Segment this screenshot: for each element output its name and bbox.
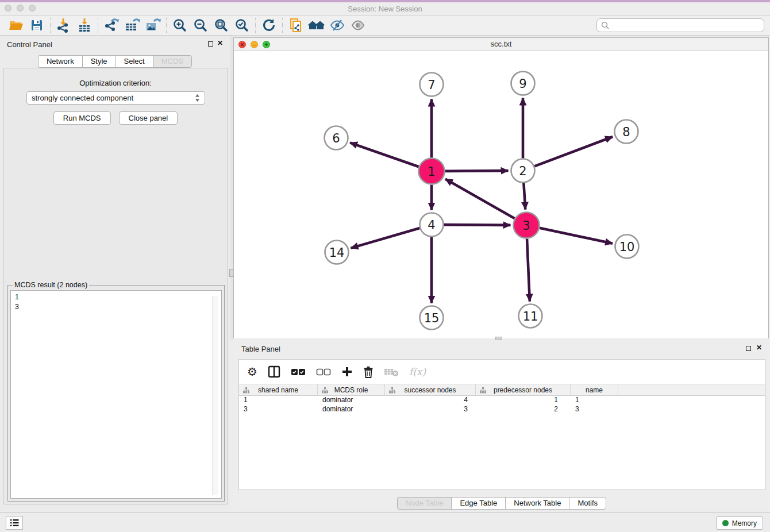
tab-motifs[interactable]: Motifs [569,497,606,510]
export-network-icon [103,18,120,33]
graph-node-label: 7 [428,78,435,92]
edge-1-2[interactable] [445,171,508,171]
mcds-result-line: 3 [15,302,217,312]
node-table-container: ⚙ f(x) shared nameMCDS rolesuccessor nod… [238,359,765,490]
tab-network[interactable]: Network [38,55,82,68]
show-columns-icon[interactable] [268,365,280,378]
table-header-row: shared nameMCDS rolesuccessor nodesprede… [239,384,765,396]
table-cell[interactable]: 3 [571,405,618,414]
show-task-history-button[interactable] [6,516,23,530]
control-panel-tabs: Network Style Select MCDS [0,55,230,68]
table-cell[interactable]: 1 [476,396,571,405]
toolbar-separator [98,18,98,33]
table-cell[interactable]: dominator [318,396,385,405]
tab-mcds[interactable]: MCDS [153,55,192,68]
close-panel-button[interactable]: Close panel [119,111,178,125]
column-header-successor-nodes[interactable]: successor nodes [385,384,476,395]
table-cell[interactable]: 3 [239,405,318,414]
network-view-title: scc.txt [234,38,768,51]
table-row[interactable]: 1dominator411 [239,396,765,405]
network-view-window: ✕ – + scc.txt 7968124314101511 [233,37,769,338]
table-cell[interactable]: 1 [571,396,618,405]
import-table-icon [77,18,92,33]
zoom-out-icon [193,18,208,33]
delete-column-icon[interactable] [363,366,374,378]
select-all-columns-icon[interactable] [291,368,306,376]
optimization-criterion-select[interactable]: strongly connected component [26,91,205,105]
network-file-icon [289,18,303,33]
app-titlebar: Session: New Session [0,0,770,16]
unselect-all-columns-icon[interactable] [316,368,331,376]
result-scrollbar[interactable] [212,296,218,495]
tab-network-table[interactable]: Network Table [505,497,569,510]
create-column-icon[interactable] [341,366,353,377]
open-file-button[interactable] [6,17,26,34]
column-header-predecessor-nodes[interactable]: predecessor nodes [476,384,571,395]
tab-style[interactable]: Style [82,55,116,68]
tab-node-table[interactable]: Node Table [397,497,452,510]
table-cell[interactable]: 1 [239,396,318,405]
table-cell[interactable]: 4 [385,396,476,405]
refresh-layout-button[interactable] [259,17,279,34]
function-builder-button: f(x) [409,366,426,377]
graph-node-label: 14 [329,246,345,260]
graph-node-label: 4 [428,218,435,232]
save-session-button[interactable] [26,17,47,34]
column-header-label: successor nodes [404,386,456,394]
edge-4-14[interactable] [351,228,419,248]
zoom-fit-button[interactable] [211,17,232,34]
zoom-selected-button[interactable] [232,17,252,34]
close-table-panel-icon[interactable]: ✕ [756,344,762,352]
close-panel-icon[interactable]: ✕ [217,39,223,47]
zoom-in-button[interactable] [170,17,190,34]
tab-edge-table[interactable]: Edge Table [451,497,505,510]
edge-2-3[interactable] [523,183,525,209]
edge-3-11[interactable] [527,238,530,301]
home-layout-button[interactable] [306,17,327,34]
mcds-result-group: MCDS result (2 nodes) 1 3 [7,285,225,502]
edge-1-6[interactable] [350,142,419,167]
table-row[interactable]: 3dominator323 [239,405,765,414]
column-type-icon [480,387,486,394]
main-toolbar [0,16,770,36]
import-network-icon [56,18,71,33]
mcds-result-line: 1 [15,292,217,302]
edge-3-1[interactable] [445,179,515,219]
hide-graphics-button[interactable] [327,17,348,34]
float-panel-icon[interactable] [208,41,213,47]
edge-4-3[interactable] [444,225,510,225]
graph-node-label: 15 [424,311,440,325]
refresh-icon [261,18,276,33]
memory-button[interactable]: Memory [716,516,763,530]
save-icon [30,18,44,32]
tab-select[interactable]: Select [116,55,153,68]
show-graphics-button[interactable] [348,17,368,34]
network-window-titlebar: ✕ – + scc.txt [234,38,768,51]
column-header-MCDS-role[interactable]: MCDS role [318,384,385,395]
table-cell[interactable]: 2 [476,405,571,414]
run-mcds-button[interactable]: Run MCDS [53,111,111,125]
column-header-shared-name[interactable]: shared name [239,384,318,395]
column-header-name[interactable]: name [571,384,618,395]
zoom-out-button[interactable] [190,17,211,34]
clone-network-button[interactable] [286,17,306,34]
export-table-button[interactable] [122,17,143,34]
edge-2-8[interactable] [534,137,613,166]
export-image-button[interactable] [143,17,163,34]
table-settings-button[interactable]: ⚙ [247,366,257,377]
import-network-button[interactable] [53,17,74,34]
import-table-button[interactable] [74,17,95,34]
homes-icon [308,18,325,32]
app-title: Session: New Session [0,2,770,16]
search-input[interactable] [612,21,760,29]
export-network-button[interactable] [101,17,122,34]
toolbar-search[interactable] [596,18,764,32]
table-cell[interactable]: dominator [318,405,385,414]
toolbar-separator [255,18,256,33]
network-canvas[interactable]: 7968124314101511 [234,51,768,338]
status-bar: Memory [0,512,770,532]
column-header-label: name [586,386,603,394]
float-table-panel-icon[interactable] [746,346,751,351]
table-cell[interactable]: 3 [385,405,476,414]
edge-3-10[interactable] [540,228,613,244]
